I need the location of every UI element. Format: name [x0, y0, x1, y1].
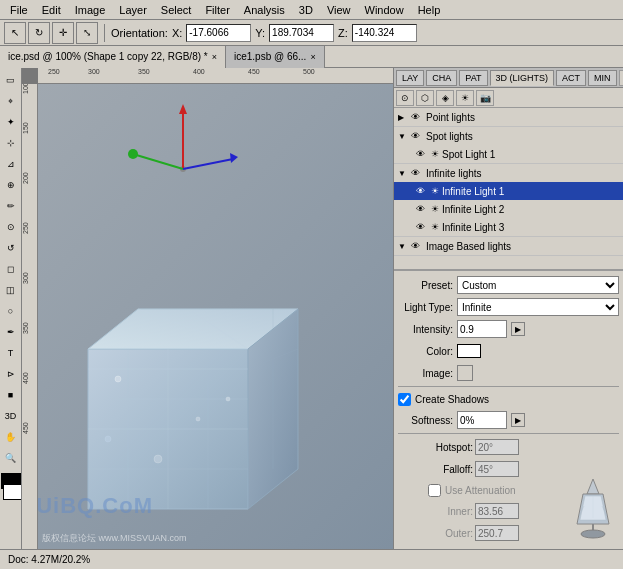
right-panel: LAY CHA PAT 3D (LIGHTS) ACT MIN ▾ × ⊙ ⬡ …	[393, 68, 623, 549]
image-picker-btn[interactable]	[457, 365, 473, 381]
tree-group-point-header[interactable]: ▶ 👁 Point lights	[394, 108, 623, 126]
toolbar-scale-btn[interactable]: ⤡	[76, 22, 98, 44]
lighttype-select[interactable]: Infinite	[457, 298, 619, 316]
y-input[interactable]	[269, 24, 334, 42]
ruler-mark-v5: 300	[22, 272, 29, 284]
tool-lasso[interactable]: ⌖	[1, 91, 21, 111]
tool-magic-wand[interactable]: ✦	[1, 112, 21, 132]
menu-analysis[interactable]: Analysis	[238, 3, 291, 17]
preset-select[interactable]: Custom	[457, 276, 619, 294]
tool-pen[interactable]: ✒	[1, 322, 21, 342]
canvas-content[interactable]: 版权信息论坛 www.MISSVUAN.com UiBQ.CoM	[38, 84, 393, 549]
menu-view[interactable]: View	[321, 3, 357, 17]
tool-stamp[interactable]: ⊙	[1, 217, 21, 237]
tool-shape[interactable]: ■	[1, 385, 21, 405]
tool-zoom[interactable]: 🔍	[1, 448, 21, 468]
toolbar-rotate-btn[interactable]: ↻	[28, 22, 50, 44]
tool-eyedropper[interactable]: ⊿	[1, 154, 21, 174]
menu-window[interactable]: Window	[359, 3, 410, 17]
right-tab-cha[interactable]: CHA	[426, 70, 457, 86]
menu-select[interactable]: Select	[155, 3, 198, 17]
ruler-mark-v1: 100	[22, 84, 29, 94]
right-tab-act[interactable]: ACT	[556, 70, 586, 86]
tool-path-select[interactable]: ⊳	[1, 364, 21, 384]
toolbar-tools: ↖ ↻ ✛ ⤡	[4, 22, 98, 44]
tab-close-0[interactable]: ×	[212, 52, 217, 62]
eye-infinite1[interactable]: 👁	[416, 186, 428, 196]
color-swatch[interactable]	[457, 344, 481, 358]
tree-group-infinite-header[interactable]: ▼ 👁 Infinite lights	[394, 164, 623, 182]
outer-input[interactable]	[475, 525, 519, 541]
softness-input[interactable]	[457, 411, 507, 429]
tab-close-1[interactable]: ×	[310, 52, 315, 62]
tab-ice1-psb[interactable]: ice1.psb @ 66... ×	[226, 46, 325, 68]
left-toolbox: ▭ ⌖ ✦ ⊹ ⊿ ⊕ ✏ ⊙ ↺ ◻ ◫ ○ ✒ T ⊳ ■ 3D ✋ 🔍	[0, 68, 22, 549]
material-icon-btn[interactable]: ◈	[436, 90, 454, 106]
menu-file[interactable]: File	[4, 3, 34, 17]
background-color[interactable]	[3, 484, 23, 500]
menu-filter[interactable]: Filter	[199, 3, 235, 17]
tool-text[interactable]: T	[1, 343, 21, 363]
tool-eraser[interactable]: ◻	[1, 259, 21, 279]
menu-image[interactable]: Image	[69, 3, 112, 17]
tree-item-infinite3[interactable]: 👁 ☀ Infinite Light 3	[394, 218, 623, 236]
right-tab-min[interactable]: MIN	[588, 70, 617, 86]
create-shadows-row: Create Shadows	[398, 390, 619, 408]
right-tab-lay[interactable]: LAY	[396, 70, 424, 86]
tool-hand[interactable]: ✋	[1, 427, 21, 447]
intensity-label: Intensity:	[398, 324, 453, 335]
tool-3d[interactable]: 3D	[1, 406, 21, 426]
status-text: Doc: 4.27M/20.2%	[8, 554, 90, 565]
tree-item-infinite1[interactable]: 👁 ☀ Infinite Light 1	[394, 182, 623, 200]
tree-item-spot1[interactable]: 👁 ☀ Spot Light 1	[394, 145, 623, 163]
tree-group-image-header[interactable]: ▼ 👁 Image Based lights	[394, 237, 623, 255]
tree-expand-spot: ▼	[398, 132, 408, 141]
eye-infinite3[interactable]: 👁	[416, 222, 428, 232]
tree-item-infinite2[interactable]: 👁 ☀ Infinite Light 2	[394, 200, 623, 218]
tool-crop[interactable]: ⊹	[1, 133, 21, 153]
inner-input[interactable]	[475, 503, 519, 519]
x-input[interactable]	[186, 24, 251, 42]
svg-marker-21	[179, 104, 187, 114]
eye-point[interactable]: 👁	[411, 112, 423, 122]
menu-help[interactable]: Help	[412, 3, 447, 17]
mesh-icon-btn[interactable]: ⬡	[416, 90, 434, 106]
hotspot-input[interactable]	[475, 439, 519, 455]
camera-icon-btn[interactable]: 📷	[476, 90, 494, 106]
tool-dodge[interactable]: ○	[1, 301, 21, 321]
tool-marquee[interactable]: ▭	[1, 70, 21, 90]
intensity-input[interactable]	[457, 320, 507, 338]
intensity-arrow-btn[interactable]: ▶	[511, 322, 525, 336]
eye-image[interactable]: 👁	[411, 241, 423, 251]
softness-arrow-btn[interactable]: ▶	[511, 413, 525, 427]
tool-gradient[interactable]: ◫	[1, 280, 21, 300]
create-shadows-checkbox[interactable]	[398, 393, 411, 406]
z-input[interactable]	[352, 24, 417, 42]
use-attenuation-checkbox[interactable]	[428, 484, 441, 497]
svg-point-14	[105, 436, 111, 442]
right-tab-3d[interactable]: 3D (LIGHTS)	[490, 70, 555, 86]
falloff-input[interactable]	[475, 461, 519, 477]
menu-edit[interactable]: Edit	[36, 3, 67, 17]
tab-ice-psd[interactable]: ice.psd @ 100% (Shape 1 copy 22, RGB/8) …	[0, 46, 226, 68]
tree-group-spot-header[interactable]: ▼ 👁 Spot lights	[394, 127, 623, 145]
tree-group-image: ▼ 👁 Image Based lights	[394, 237, 623, 256]
menu-layer[interactable]: Layer	[113, 3, 153, 17]
eye-spot[interactable]: 👁	[411, 131, 423, 141]
tool-history[interactable]: ↺	[1, 238, 21, 258]
scene-icon-btn[interactable]: ⊙	[396, 90, 414, 106]
panel-menu-btn[interactable]: ▾	[619, 70, 623, 86]
light-icon-btn[interactable]: ☀	[456, 90, 474, 106]
toolbar-arrow-btn[interactable]: ↖	[4, 22, 26, 44]
right-tab-pat[interactable]: PAT	[459, 70, 487, 86]
svg-marker-25	[230, 153, 238, 163]
tool-heal[interactable]: ⊕	[1, 175, 21, 195]
svg-point-23	[128, 149, 138, 159]
ruler-left: 100 150 200 250 300 350 400 450	[22, 84, 38, 549]
menu-3d[interactable]: 3D	[293, 3, 319, 17]
tool-brush[interactable]: ✏	[1, 196, 21, 216]
eye-spot1[interactable]: 👁	[416, 149, 428, 159]
toolbar-move-btn[interactable]: ✛	[52, 22, 74, 44]
eye-infinite[interactable]: 👁	[411, 168, 423, 178]
eye-infinite2[interactable]: 👁	[416, 204, 428, 214]
